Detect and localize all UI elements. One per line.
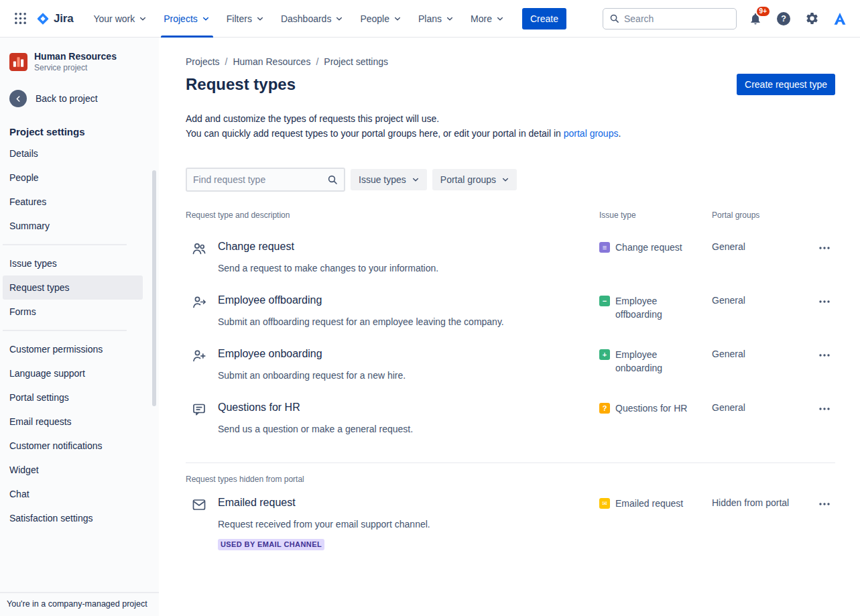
sidebar-item-chat[interactable]: Chat: [3, 482, 143, 506]
nav-item-label: Your work: [93, 13, 135, 24]
create-button[interactable]: Create: [522, 8, 566, 29]
people-group-icon: [191, 241, 207, 257]
app-switcher-icon[interactable]: [9, 8, 31, 29]
header-actions: [806, 210, 835, 220]
questions-for-hr-issue-icon: ?: [599, 403, 610, 414]
sidebar-item-forms[interactable]: Forms: [3, 300, 143, 324]
issue-type-label: Change request: [615, 241, 682, 254]
row-actions-button[interactable]: [814, 240, 835, 256]
table-row: Employee offboarding Submit an offboardi…: [186, 282, 835, 335]
breadcrumb-project-settings[interactable]: Project settings: [324, 56, 388, 67]
settings-button[interactable]: [802, 9, 821, 28]
nav-item-plans[interactable]: Plans: [410, 0, 463, 38]
back-to-project-button[interactable]: Back to project: [0, 90, 159, 107]
sidebar-item-details[interactable]: Details: [3, 141, 143, 166]
page-description-period: .: [618, 128, 621, 139]
more-options-icon: [818, 402, 831, 416]
table-row: Emailed request Request received from yo…: [186, 484, 835, 557]
portal-group-cell: General: [712, 401, 806, 436]
profile-avatar[interactable]: [831, 9, 849, 28]
chevron-down-icon: [255, 14, 265, 23]
table-row: Employee onboarding Submit an onboarding…: [186, 335, 835, 389]
sidebar-item-widget[interactable]: Widget: [3, 458, 143, 482]
sidebar-item-request-types[interactable]: Request types: [3, 275, 143, 300]
issue-type-label: Emailed request: [615, 497, 683, 510]
row-actions-button[interactable]: [814, 294, 835, 310]
portal-groups-dropdown-label: Portal groups: [440, 174, 496, 185]
sidebar-item-issue-types[interactable]: Issue types: [3, 251, 143, 275]
nav-item-filters[interactable]: Filters: [219, 0, 273, 38]
notifications-count-badge: 9+: [755, 5, 771, 17]
nav-item-projects[interactable]: Projects: [156, 0, 219, 38]
issue-icon-glyph: ✉: [602, 501, 607, 507]
issue-type-cell: − Employee offboarding: [599, 294, 712, 328]
sidebar-item-customer-permissions[interactable]: Customer permissions: [3, 337, 143, 361]
row-actions-button[interactable]: [814, 401, 835, 417]
jira-logo[interactable]: Jira: [36, 12, 73, 25]
actions-cell: [806, 401, 835, 436]
back-arrow-icon: [9, 90, 27, 107]
page-header: Request types Create request type: [186, 74, 835, 95]
change-request-issue-icon: ≡: [599, 242, 610, 253]
portal-groups-link[interactable]: portal groups: [564, 128, 619, 139]
request-type-name-link[interactable]: Employee offboarding: [218, 294, 322, 307]
sidebar-item-portal-settings[interactable]: Portal settings: [3, 385, 143, 410]
page-description: Add and customize the types of requests …: [186, 111, 835, 141]
sidebar-item-summary[interactable]: Summary: [3, 214, 143, 238]
nav-item-people[interactable]: People: [352, 0, 410, 38]
breadcrumb-human-resources[interactable]: Human Resources: [233, 56, 310, 67]
sidebar-item-people[interactable]: People: [3, 166, 143, 190]
sidebar-item-features[interactable]: Features: [3, 190, 143, 214]
issue-icon-glyph: +: [603, 351, 607, 359]
request-type-name-link[interactable]: Questions for HR: [218, 401, 300, 414]
project-type: Service project: [34, 63, 117, 72]
hidden-from-portal-section-label: Request types hidden from portal: [186, 463, 835, 484]
global-search-input[interactable]: [624, 13, 730, 24]
issue-types-dropdown[interactable]: Issue types: [351, 169, 427, 190]
help-button[interactable]: ?: [774, 9, 793, 28]
project-avatar: [9, 53, 27, 71]
find-request-type-input[interactable]: [193, 174, 327, 185]
row-actions-button[interactable]: [814, 347, 835, 363]
sidebar-divider: [3, 330, 127, 331]
request-type-name-link[interactable]: Change request: [218, 240, 294, 253]
portal-groups-dropdown[interactable]: Portal groups: [432, 169, 517, 190]
chevron-down-icon: [501, 175, 510, 184]
portal-group-cell: Hidden from portal: [712, 496, 806, 550]
page-description-line2: You can quickly add request types to you…: [186, 126, 835, 141]
more-options-icon: [818, 497, 831, 511]
notifications-button[interactable]: 9+: [746, 9, 765, 28]
sidebar-item-language-support[interactable]: Language support: [3, 361, 143, 385]
nav-item-label: Filters: [227, 13, 252, 24]
row-actions-button[interactable]: [814, 496, 835, 512]
sidebar-heading: Project settings: [9, 126, 149, 137]
request-type-name-link[interactable]: Emailed request: [218, 496, 296, 509]
request-type-text: Questions for HR Send us a question or m…: [218, 401, 413, 436]
emailed-request-issue-icon: ✉: [599, 498, 610, 509]
nav-item-more[interactable]: More: [463, 0, 513, 38]
chevron-down-icon: [201, 14, 210, 23]
filter-toolbar: Issue types Portal groups: [186, 168, 835, 192]
nav-item-dashboards[interactable]: Dashboards: [273, 0, 353, 38]
sidebar-scrollbar[interactable]: [152, 170, 156, 406]
issue-icon-glyph: −: [603, 298, 607, 305]
sidebar-item-email-requests[interactable]: Email requests: [3, 410, 143, 434]
atlassian-icon: [833, 11, 847, 26]
create-request-type-button[interactable]: Create request type: [737, 74, 835, 95]
request-type-name-link[interactable]: Employee onboarding: [218, 347, 322, 361]
sidebar-item-satisfaction-settings[interactable]: Satisfaction settings: [3, 506, 143, 530]
employee-onboarding-issue-icon: +: [599, 349, 610, 360]
svg-text:?: ?: [781, 14, 786, 23]
issue-type-cell: ? Questions for HR: [599, 401, 712, 436]
issue-type-cell: ✉ Emailed request: [599, 496, 712, 550]
nav-item-your-work[interactable]: Your work: [85, 0, 156, 38]
page-title: Request types: [186, 75, 296, 94]
back-to-project-label: Back to project: [36, 93, 98, 104]
page-description-line1: Add and customize the types of requests …: [186, 111, 835, 126]
employee-offboarding-issue-icon: −: [599, 296, 610, 306]
request-type-cell: Questions for HR Send us a question or m…: [186, 401, 599, 436]
nav-item-label: More: [471, 13, 492, 24]
breadcrumb-projects[interactable]: Projects: [186, 56, 220, 67]
sidebar-item-customer-notifications[interactable]: Customer notifications: [3, 434, 143, 458]
request-type-text: Emailed request Request received from yo…: [218, 496, 430, 550]
